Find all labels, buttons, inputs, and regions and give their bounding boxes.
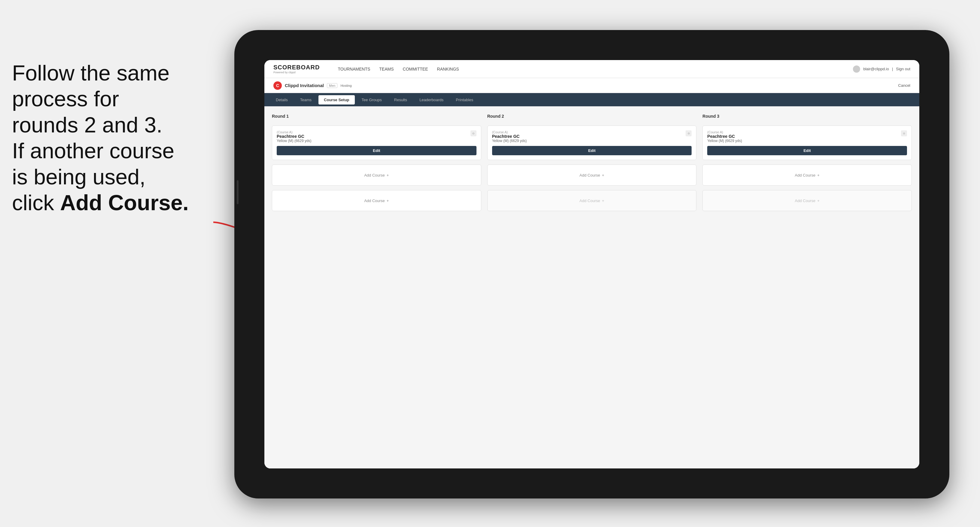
instruction-line5: is being used, <box>12 165 145 189</box>
tablet-screen: SCOREBOARD Powered by clippd TOURNAMENTS… <box>264 60 919 468</box>
main-content: Round 1 (Course A) Peachtree GC Yellow (… <box>264 106 919 468</box>
round-3-course-card: (Course A) Peachtree GC Yellow (M) (6629… <box>702 125 912 160</box>
round-2-course-card: (Course A) Peachtree GC Yellow (M) (6629… <box>487 125 697 160</box>
round-2-remove-button[interactable]: ○ <box>686 130 692 137</box>
nav-links: TOURNAMENTS TEAMS COMMITTEE RANKINGS <box>338 65 841 73</box>
add-course-label-r3-extra: Add Course <box>795 198 816 203</box>
round-3-column: Round 3 (Course A) Peachtree GC Yellow (… <box>702 114 912 211</box>
tournament-name: Clippd Invitational <box>285 83 324 88</box>
tab-course-setup[interactable]: Course Setup <box>318 95 355 105</box>
round-3-label: Round 3 <box>702 114 912 119</box>
nav-rankings[interactable]: RANKINGS <box>437 65 459 73</box>
cancel-button[interactable]: Cancel <box>898 83 910 88</box>
round-2-add-course-button[interactable]: Add Course + <box>487 165 697 186</box>
instruction-line1: Follow the same <box>12 61 169 85</box>
round-1-edit-button[interactable]: Edit <box>277 146 476 155</box>
plus-icon-r1: + <box>387 173 389 178</box>
round-2-course-card-header: (Course A) Peachtree GC Yellow (M) (6629… <box>492 130 692 143</box>
logo-area: SCOREBOARD Powered by clippd <box>274 64 320 74</box>
add-course-label-r1-extra: Add Course <box>364 198 385 203</box>
nav-tournaments[interactable]: TOURNAMENTS <box>338 65 370 73</box>
gender-badge: Men <box>327 83 337 88</box>
tab-bar: Details Teams Course Setup Tee Groups Re… <box>264 93 919 106</box>
round-1-course-card: (Course A) Peachtree GC Yellow (M) (6629… <box>272 125 481 160</box>
round-3-edit-button[interactable]: Edit <box>707 146 907 155</box>
tab-results[interactable]: Results <box>389 95 412 105</box>
round-3-add-course-button[interactable]: Add Course + <box>702 165 912 186</box>
instruction-line4: If another course <box>12 139 174 163</box>
round-1-label: Round 1 <box>272 114 481 119</box>
logo-text: SCOREBOARD <box>274 64 320 71</box>
round-3-course-info: (Course A) Peachtree GC Yellow (M) (6629… <box>707 130 742 143</box>
round-3-remove-button[interactable]: ○ <box>901 130 907 137</box>
tab-printables[interactable]: Printables <box>450 95 479 105</box>
round-2-edit-button[interactable]: Edit <box>492 146 692 155</box>
nav-committee[interactable]: COMMITTEE <box>403 65 428 73</box>
tab-teams[interactable]: Teams <box>295 95 317 105</box>
round-3-course-details: Yellow (M) (6629 yds) <box>707 139 742 143</box>
round-2-add-course-extra: Add Course + <box>487 190 697 211</box>
round-1-course-name: Peachtree GC <box>277 134 312 139</box>
instruction-line2: process for <box>12 87 119 111</box>
tournament-logo: C <box>274 81 282 90</box>
logo-sub: Powered by clippd <box>274 71 320 74</box>
plus-icon-r2-extra: + <box>602 198 605 203</box>
round-3-course-tag: (Course A) <box>707 130 742 134</box>
hosting-badge: Hosting <box>340 84 352 87</box>
user-email: blair@clippd.io <box>863 67 889 71</box>
add-course-label-r2: Add Course <box>579 173 600 178</box>
add-course-label-r1: Add Course <box>364 173 385 178</box>
rounds-grid: Round 1 (Course A) Peachtree GC Yellow (… <box>272 114 912 211</box>
round-3-add-course-extra: Add Course + <box>702 190 912 211</box>
sign-out-link[interactable]: Sign out <box>896 67 910 71</box>
round-2-course-details: Yellow (M) (6629 yds) <box>492 139 527 143</box>
nav-right: blair@clippd.io | Sign out <box>853 65 910 73</box>
round-1-course-details: Yellow (M) (6629 yds) <box>277 139 312 143</box>
instruction-line6: click <box>12 190 60 215</box>
tab-tee-groups[interactable]: Tee Groups <box>356 95 387 105</box>
tablet-frame: SCOREBOARD Powered by clippd TOURNAMENTS… <box>234 30 949 498</box>
sub-header: C Clippd Invitational Men Hosting Cancel <box>264 78 919 93</box>
instruction-line3: rounds 2 and 3. <box>12 113 162 137</box>
round-2-course-name: Peachtree GC <box>492 134 527 139</box>
tournament-info: C Clippd Invitational Men Hosting <box>274 81 352 90</box>
round-2-course-tag: (Course A) <box>492 130 527 134</box>
plus-icon-r3-extra: + <box>817 198 819 203</box>
top-nav: SCOREBOARD Powered by clippd TOURNAMENTS… <box>264 60 919 78</box>
add-course-label-r2-extra: Add Course <box>579 198 600 203</box>
round-1-add-course-button[interactable]: Add Course + <box>272 165 481 186</box>
separator: | <box>892 67 893 71</box>
round-2-label: Round 2 <box>487 114 697 119</box>
nav-teams[interactable]: TEAMS <box>379 65 394 73</box>
instruction-panel: Follow the same process for rounds 2 and… <box>0 48 210 228</box>
round-1-column: Round 1 (Course A) Peachtree GC Yellow (… <box>272 114 481 211</box>
round-1-remove-button[interactable]: ○ <box>471 130 476 137</box>
round-2-course-info: (Course A) Peachtree GC Yellow (M) (6629… <box>492 130 527 143</box>
round-2-column: Round 2 (Course A) Peachtree GC Yellow (… <box>487 114 697 211</box>
instruction-bold: Add Course. <box>60 190 189 215</box>
round-1-course-tag: (Course A) <box>277 130 312 134</box>
round-1-add-course-extra[interactable]: Add Course + <box>272 190 481 211</box>
tab-leaderboards[interactable]: Leaderboards <box>414 95 449 105</box>
tab-details[interactable]: Details <box>270 95 293 105</box>
course-info: (Course A) Peachtree GC Yellow (M) (6629… <box>277 130 312 143</box>
round-3-course-card-header: (Course A) Peachtree GC Yellow (M) (6629… <box>707 130 907 143</box>
plus-icon-r3: + <box>817 173 819 178</box>
add-course-label-r3: Add Course <box>795 173 816 178</box>
user-avatar <box>853 65 860 73</box>
plus-icon-r2: + <box>602 173 605 178</box>
round-3-course-name: Peachtree GC <box>707 134 742 139</box>
plus-icon-r1-extra: + <box>387 198 389 203</box>
course-card-header: (Course A) Peachtree GC Yellow (M) (6629… <box>277 130 476 143</box>
